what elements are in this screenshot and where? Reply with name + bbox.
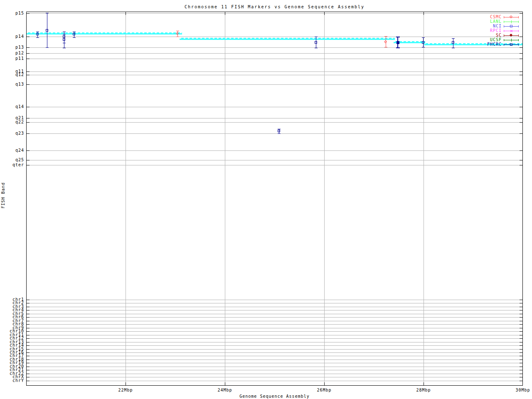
y-tick-label: q25: [0, 158, 24, 163]
error-bar-cap: [452, 48, 455, 48]
y-tick-left: [26, 75, 30, 75]
y-tick-right: [520, 356, 523, 356]
error-bar-cap: [46, 47, 49, 48]
x-tick-label: 26Mbp: [308, 388, 341, 393]
y-tick-left: [26, 374, 30, 374]
y-tick-left: [26, 13, 30, 14]
y-tick-left: [26, 377, 30, 377]
legend-sample-cap: [518, 21, 519, 23]
x-tick-label: 22Mbp: [109, 388, 142, 393]
y-tick-right: [520, 47, 523, 48]
y-tick-right: [520, 133, 523, 134]
y-tick-right: [520, 321, 523, 321]
y-tick-left: [26, 321, 30, 321]
y-tick-left: [26, 345, 30, 346]
marker-square-open: [422, 41, 424, 44]
y-tick-right: [520, 13, 523, 14]
plot-border: [26, 12, 523, 386]
y-tick-left: [26, 53, 30, 54]
y-tick-right: [520, 345, 523, 346]
y-tick-right: [520, 360, 523, 360]
y-tick-left: [26, 381, 30, 381]
y-tick-left: [26, 310, 30, 310]
marker-plus: [510, 20, 513, 23]
x-tick-label: 28Mbp: [407, 388, 440, 393]
y-tick-left: [26, 363, 30, 363]
y-tick-right: [520, 165, 523, 165]
y-tick-right: [520, 59, 523, 59]
marker-square-open: [315, 41, 317, 44]
marker-square-open: [46, 29, 48, 32]
y-tick-right: [520, 370, 523, 370]
y-tick-left: [26, 360, 30, 360]
error-bar-cap: [36, 32, 39, 32]
y-tick-left: [26, 317, 30, 318]
error-bar-cap: [73, 32, 76, 32]
x-tick-bottom: [126, 382, 126, 386]
error-bar-cap: [315, 37, 318, 37]
y-tick-right: [520, 381, 523, 381]
y-tick-left: [26, 370, 30, 370]
x-tick-top: [324, 12, 325, 15]
y-tick-right: [520, 53, 523, 54]
y-tick-left: [26, 314, 30, 314]
y-tick-right: [520, 71, 523, 72]
error-bar-cap: [63, 34, 66, 34]
y-tick-left: [26, 328, 30, 328]
y-tick-left: [26, 122, 30, 123]
legend-sample-cap: [504, 30, 504, 32]
y-tick-right: [520, 324, 523, 325]
y-tick-left: [26, 133, 30, 134]
y-tick-left: [26, 338, 30, 339]
error-bar-cap: [176, 37, 179, 37]
y-tick-left: [26, 59, 30, 59]
error-bar-cap: [384, 47, 387, 47]
marker-square-open: [63, 38, 65, 41]
y-axis-label: FISH Band: [1, 177, 6, 214]
error-bar-cap: [278, 133, 281, 134]
x-tick-label: 30Mbp: [506, 388, 532, 393]
y-tick-right: [520, 374, 523, 374]
y-tick-right: [520, 367, 523, 367]
marker-square-open: [510, 43, 512, 46]
legend-sample-cap: [504, 25, 504, 27]
x-tick-top: [126, 12, 126, 15]
y-tick-right: [520, 317, 523, 318]
y-tick-right: [520, 310, 523, 310]
error-bar-cap: [384, 36, 387, 37]
error-bar-cap: [422, 47, 425, 47]
legend-sample-cap: [504, 39, 504, 41]
y-tick-right: [520, 314, 523, 314]
y-tick-right: [520, 328, 523, 328]
error-bar-cap: [176, 31, 179, 31]
y-tick-left: [26, 335, 30, 335]
marker-line: [511, 20, 512, 23]
y-tick-left: [26, 107, 30, 107]
x-axis-label: Genome Sequence Assembly: [26, 394, 523, 399]
y-tick-right: [520, 352, 523, 353]
marker-square-open: [36, 33, 39, 35]
error-bar-cap: [396, 47, 400, 48]
marker-square-open: [278, 130, 280, 132]
y-tick-right: [520, 122, 523, 123]
x-tick-bottom: [225, 382, 225, 386]
legend-sample-cap: [504, 21, 504, 23]
y-tick-label: qter: [0, 163, 24, 167]
x-tick-top: [225, 12, 225, 15]
y-tick-label: q22: [0, 120, 24, 125]
y-tick-right: [520, 349, 523, 350]
legend-sample-cap: [518, 44, 519, 46]
error-bar-cap: [63, 32, 66, 32]
error-bar-cap: [73, 37, 76, 38]
y-tick-right: [520, 107, 523, 107]
chart-title: Chromosome 11 FISH Markers vs Genome Seq…: [26, 4, 523, 10]
error-bar-cap: [278, 129, 281, 129]
marker-square-open: [510, 25, 512, 27]
marker-square-filled: [397, 41, 399, 44]
y-tick-right: [520, 307, 523, 307]
error-bar-cap: [422, 37, 425, 38]
y-tick-label: q14: [0, 104, 24, 109]
y-tick-left: [26, 331, 30, 332]
legend-sample-cap: [504, 34, 504, 37]
y-tick-left: [26, 324, 30, 325]
